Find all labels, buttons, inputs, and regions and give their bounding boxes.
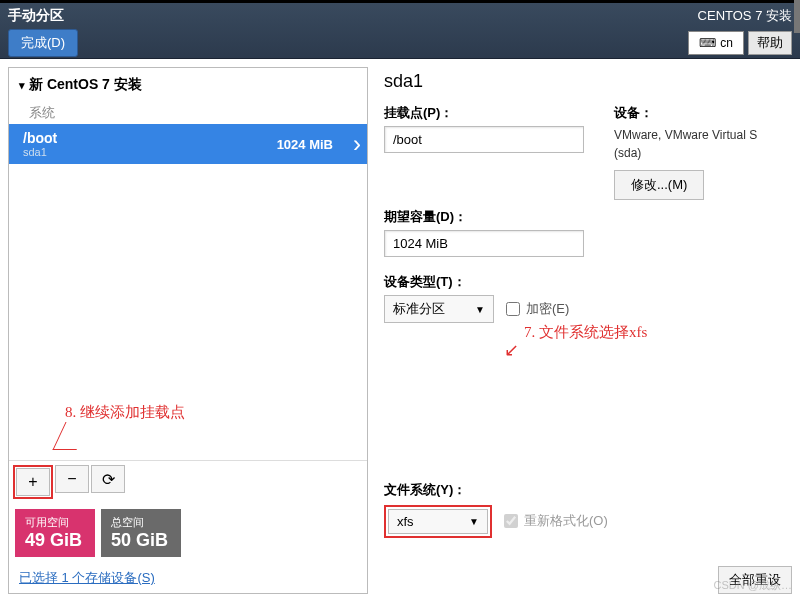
modify-device-button[interactable]: 修改...(M) (614, 170, 704, 200)
annotation-8: 8. 继续添加挂载点 (65, 403, 185, 422)
details-panel: sda1 挂载点(P)： 设备： VMware, VMware Virtual … (376, 67, 792, 594)
partition-device: sda1 (23, 146, 57, 158)
annotation-7: 7. 文件系统选择xfs (524, 323, 647, 342)
mount-point-input[interactable] (384, 126, 584, 153)
partition-toolbar: + − ⟳ (9, 460, 367, 503)
device-title: sda1 (384, 71, 784, 92)
reformat-checkbox (504, 514, 518, 528)
remove-partition-button[interactable]: − (55, 465, 89, 493)
installer-title: CENTOS 7 安装 (698, 7, 792, 25)
add-partition-button[interactable]: + (16, 468, 50, 496)
device-type-label: 设备类型(T)： (384, 273, 784, 291)
mount-point-label: 挂载点(P)： (384, 104, 584, 122)
page-title: 手动分区 (8, 7, 78, 25)
main-content: 新 CentOS 7 安装 系统 /boot sda1 1024 MiB 8. … (0, 59, 800, 599)
keyboard-lang-label: cn (720, 36, 733, 50)
reload-button[interactable]: ⟳ (91, 465, 125, 493)
filesystem-select[interactable]: xfs ▼ (388, 509, 488, 534)
encrypt-checkbox[interactable] (506, 302, 520, 316)
storage-devices-link[interactable]: 已选择 1 个存储设备(S) (9, 563, 367, 593)
help-button[interactable]: 帮助 (748, 31, 792, 55)
encrypt-label: 加密(E) (526, 300, 569, 318)
annotation-fs-highlight: xfs ▼ (384, 505, 492, 538)
annotation-8-line (52, 422, 89, 450)
chevron-down-icon: ▼ (475, 304, 485, 315)
available-space-value: 49 GiB (25, 530, 85, 551)
desired-capacity-input[interactable] (384, 230, 584, 257)
partition-panel: 新 CentOS 7 安装 系统 /boot sda1 1024 MiB 8. … (8, 67, 368, 594)
total-space-value: 50 GiB (111, 530, 171, 551)
total-space-box: 总空间 50 GiB (101, 509, 181, 557)
reformat-label: 重新格式化(O) (524, 512, 608, 530)
header-bar: 手动分区 完成(D) CENTOS 7 安装 ⌨ cn 帮助 (0, 3, 800, 59)
annotation-7-arrow: ↙ (504, 339, 519, 361)
space-summary: 可用空间 49 GiB 总空间 50 GiB (9, 503, 367, 563)
partition-name: /boot (23, 130, 57, 146)
desired-capacity-label: 期望容量(D)： (384, 208, 584, 226)
partition-row-boot[interactable]: /boot sda1 1024 MiB (9, 124, 367, 164)
available-space-label: 可用空间 (25, 515, 85, 530)
filesystem-label: 文件系统(Y)： (384, 481, 784, 499)
chevron-down-icon: ▼ (469, 516, 479, 527)
total-space-label: 总空间 (111, 515, 171, 530)
keyboard-layout-button[interactable]: ⌨ cn (688, 31, 744, 55)
filesystem-value: xfs (397, 514, 414, 529)
system-group-label: 系统 (9, 102, 367, 124)
partition-size: 1024 MiB (277, 137, 353, 152)
device-section-label: 设备： (614, 104, 784, 122)
available-space-box: 可用空间 49 GiB (15, 509, 95, 557)
keyboard-icon: ⌨ (699, 36, 716, 50)
device-description: VMware, VMware Virtual S (sda) (614, 126, 784, 162)
install-expander[interactable]: 新 CentOS 7 安装 (9, 68, 367, 102)
done-button[interactable]: 完成(D) (8, 29, 78, 57)
device-type-select[interactable]: 标准分区 ▼ (384, 295, 494, 323)
scrollbar-stub (794, 0, 800, 33)
annotation-add-highlight: + (13, 465, 53, 499)
device-type-value: 标准分区 (393, 300, 445, 318)
reset-all-button[interactable]: 全部重设 (718, 566, 792, 594)
install-title: 新 CentOS 7 安装 (29, 76, 142, 94)
